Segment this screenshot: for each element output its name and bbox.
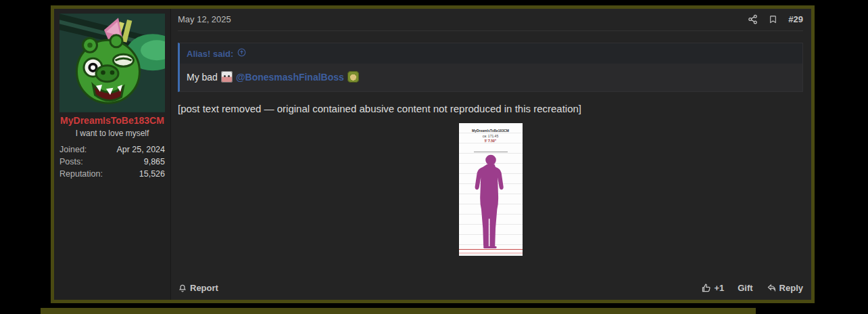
shrek-emote xyxy=(347,71,359,83)
chart-height-ft: 5' 7.50" xyxy=(459,139,523,144)
quote-attribution[interactable]: Alias! said: xyxy=(180,43,802,64)
stat-reputation: Reputation: 15,526 xyxy=(59,168,165,180)
user-avatar[interactable] xyxy=(59,14,165,112)
arrow-up-circle-icon[interactable] xyxy=(237,48,246,59)
chart-height-cm: ca: 171.45 xyxy=(459,134,523,139)
forum-post: MyDreamIsToBe183CM I want to love myself… xyxy=(51,5,815,303)
spacer xyxy=(178,256,803,279)
message-area: May 12, 2025 #29 Alias! said: xyxy=(171,9,811,300)
quote-block: Alias! said: My bad @BonesmashFinalBoss xyxy=(178,43,803,92)
chart-divider xyxy=(474,152,508,152)
chart-baseline xyxy=(459,249,523,250)
post-action-bar: Report +1 Gift Reply xyxy=(178,279,803,293)
report-button[interactable]: Report xyxy=(178,283,218,293)
stat-posts: Posts: 9,865 xyxy=(59,156,165,168)
quote-content: My bad @BonesmashFinalBoss xyxy=(180,64,802,91)
green-pig-avatar-image xyxy=(59,14,165,112)
post-number-link[interactable]: #29 xyxy=(788,14,803,24)
plus-one-label: +1 xyxy=(714,283,724,293)
post-body-text: [post text removed — original contained … xyxy=(178,102,803,116)
chart-baseline-shadow xyxy=(459,252,523,254)
user-mention-link[interactable]: @BonesmashFinalBoss xyxy=(236,72,344,83)
post-date[interactable]: May 12, 2025 xyxy=(178,14,231,24)
gift-button[interactable]: Gift xyxy=(738,283,752,293)
quote-text: My bad xyxy=(187,72,218,83)
user-stats: Joined: Apr 25, 2024 Posts: 9,865 Reputa… xyxy=(59,143,165,180)
chart-title: MyDreamIsToBe183CM xyxy=(459,129,523,134)
post-header: May 12, 2025 #29 xyxy=(178,14,803,31)
reply-label: Reply xyxy=(779,283,803,293)
quote-author-label: Alias! said: xyxy=(187,49,233,59)
purple-human-silhouette xyxy=(464,154,518,250)
bell-icon xyxy=(178,284,187,293)
next-post-top-border xyxy=(41,308,756,314)
chart-labels: MyDreamIsToBe183CM ca: 171.45 5' 7.50" xyxy=(459,129,523,144)
report-label: Report xyxy=(190,283,218,293)
reply-button[interactable]: Reply xyxy=(767,283,803,293)
meme-face-emote xyxy=(221,71,233,83)
bookmark-icon[interactable] xyxy=(769,14,777,24)
plus-one-button[interactable]: +1 xyxy=(701,283,724,293)
username[interactable]: MyDreamIsToBe183CM xyxy=(59,115,165,127)
user-tagline: I want to love myself xyxy=(59,129,165,138)
thumbs-up-icon xyxy=(701,283,711,293)
gift-label: Gift xyxy=(738,283,752,293)
reply-arrow-icon xyxy=(767,283,777,293)
stat-joined: Joined: Apr 25, 2024 xyxy=(59,143,165,156)
share-icon[interactable] xyxy=(748,14,758,24)
user-info-panel: MyDreamIsToBe183CM I want to love myself… xyxy=(54,9,171,300)
embedded-height-chart-image[interactable]: MyDreamIsToBe183CM ca: 171.45 5' 7.50" xyxy=(459,123,523,256)
